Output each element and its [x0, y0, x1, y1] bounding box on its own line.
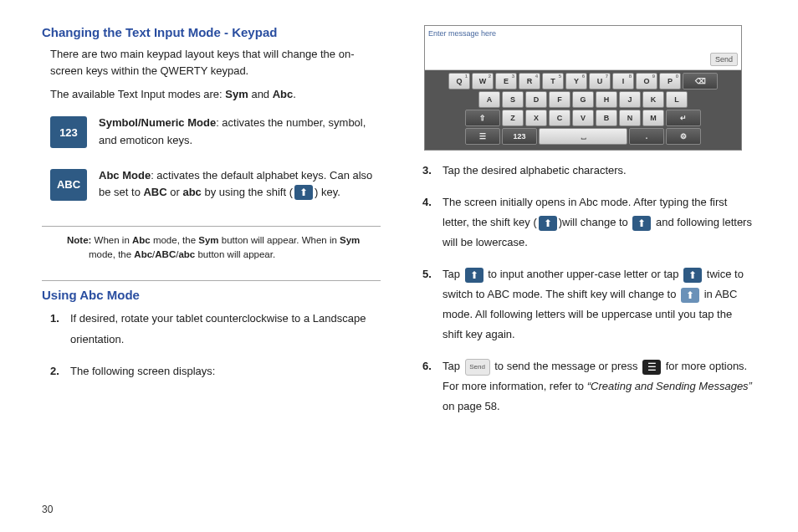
kbd-key: Z [502, 110, 524, 126]
step-2: The following screen displays: [70, 361, 381, 381]
text: Sym [340, 235, 360, 245]
kbd-key: ☰ [465, 128, 500, 145]
kbd-key: J [619, 91, 641, 108]
shift-icon-active: ⬆ [681, 288, 699, 303]
kbd-key: S [502, 91, 524, 108]
text: abc [182, 186, 201, 198]
kbd-key: C [549, 110, 570, 126]
para-intro-1: There are two main keypad layout keys th… [42, 46, 381, 79]
abc-label: Abc [273, 88, 294, 100]
text: )will change to [559, 216, 632, 228]
text: abc [178, 249, 195, 259]
kbd-placeholder: Enter message here [428, 29, 496, 38]
kbd-key: T5 [542, 73, 564, 90]
text: Abc [132, 235, 151, 245]
kbd-key: U7 [589, 73, 611, 90]
text: Symbol/Numeric Mode [99, 116, 216, 129]
text: mode, the [89, 249, 134, 259]
text: . [293, 88, 296, 100]
kbd-key: B [596, 110, 617, 126]
kbd-key: F [549, 91, 570, 108]
kbd-key: P0 [659, 73, 681, 90]
step-3: Tap the desired alphabetic characters. [442, 161, 753, 181]
kbd-key: 123 [502, 128, 537, 145]
kbd-key: O9 [636, 73, 657, 90]
keyboard-screenshot: Enter message here Send Q1W2E3R4T5Y6U7I8… [424, 25, 742, 151]
text: button will appear. [195, 249, 275, 259]
step-4: The screen initially opens in Abc mode. … [442, 192, 753, 253]
shift-icon: ⬆ [539, 216, 557, 231]
kbd-key: . [629, 128, 664, 145]
kbd-key: Q1 [448, 73, 470, 90]
send-icon: Send [465, 359, 490, 376]
kbd-send-button: Send [710, 53, 738, 66]
shift-icon: ⬆ [465, 268, 483, 283]
kbd-key: I8 [612, 73, 634, 90]
kbd-key: W2 [472, 73, 494, 90]
shift-icon: ⬆ [683, 268, 702, 283]
kbd-key: ⚙ [666, 128, 701, 145]
kbd-key: V [572, 110, 594, 126]
text: Sym [198, 235, 218, 245]
text: Abc [134, 249, 152, 259]
kbd-key: E3 [495, 73, 517, 90]
kbd-key: D [525, 91, 547, 108]
steps-left: If desired, rotate your tablet countercl… [42, 309, 381, 381]
kbd-key: H [596, 91, 617, 108]
steps-right: Tap the desired alphabetic characters. T… [414, 161, 753, 417]
shift-icon: ⬆ [294, 185, 313, 200]
kbd-key: Y6 [565, 73, 587, 90]
kbd-key: G [572, 91, 594, 108]
para-intro-2: The available Text Input modes are: Sym … [42, 86, 381, 103]
kbd-key: ⌫ [683, 73, 718, 90]
text: ) key. [315, 186, 340, 198]
text: Tap [442, 268, 463, 280]
sym-label: Sym [225, 88, 248, 100]
text: button will appear. When in [219, 235, 340, 245]
kbd-key: X [525, 110, 547, 126]
divider [42, 280, 381, 281]
text: and [248, 88, 273, 100]
kbd-key: ⎵ [539, 128, 627, 145]
kbd-key: N [619, 110, 641, 126]
tile-abc: ABC [50, 169, 87, 201]
text: mode, the [151, 235, 199, 245]
cross-ref: “Creating and Sending Messages” [587, 380, 752, 392]
step-6: Tap Send to send the message or press ☰ … [442, 356, 753, 417]
kbd-key: K [642, 91, 664, 108]
text: Tap [442, 360, 463, 372]
text: When in [91, 235, 132, 245]
menu-icon: ☰ [642, 360, 661, 375]
kbd-key: R4 [519, 73, 540, 90]
divider [42, 226, 381, 227]
text: by using the shift ( [202, 186, 293, 198]
text: The available Text Input modes are: [50, 88, 225, 100]
heading-input-mode: Changing the Text Input Mode - Keypad [42, 25, 381, 39]
text: or [167, 186, 183, 198]
text: to input another upper-case letter or ta… [485, 268, 683, 280]
tile-123: 123 [50, 116, 87, 148]
step-5: Tap ⬆ to input another upper-case letter… [442, 264, 753, 345]
shift-icon: ⬆ [632, 216, 651, 231]
page-number: 30 [42, 504, 53, 515]
note: Note: When in Abc mode, the Sym button w… [72, 233, 381, 263]
step-1: If desired, rotate your tablet countercl… [70, 309, 381, 349]
kbd-key: ⇧ [465, 110, 500, 126]
text: Abc Mode [99, 169, 151, 182]
text: on page 58. [442, 400, 500, 412]
kbd-key: L [666, 91, 688, 108]
text: ABC [143, 186, 166, 198]
kbd-key: A [478, 91, 500, 108]
kbd-key: M [642, 110, 664, 126]
note-label: Note: [67, 235, 91, 245]
text: to send the message or press [492, 360, 641, 372]
desc-abc: Abc Mode: activates the default alphabet… [99, 167, 381, 201]
kbd-key: ↵ [666, 110, 701, 126]
desc-123: Symbol/Numeric Mode: activates the numbe… [99, 115, 381, 148]
text: ABC [155, 249, 176, 259]
heading-using-abc: Using Abc Mode [42, 288, 381, 302]
